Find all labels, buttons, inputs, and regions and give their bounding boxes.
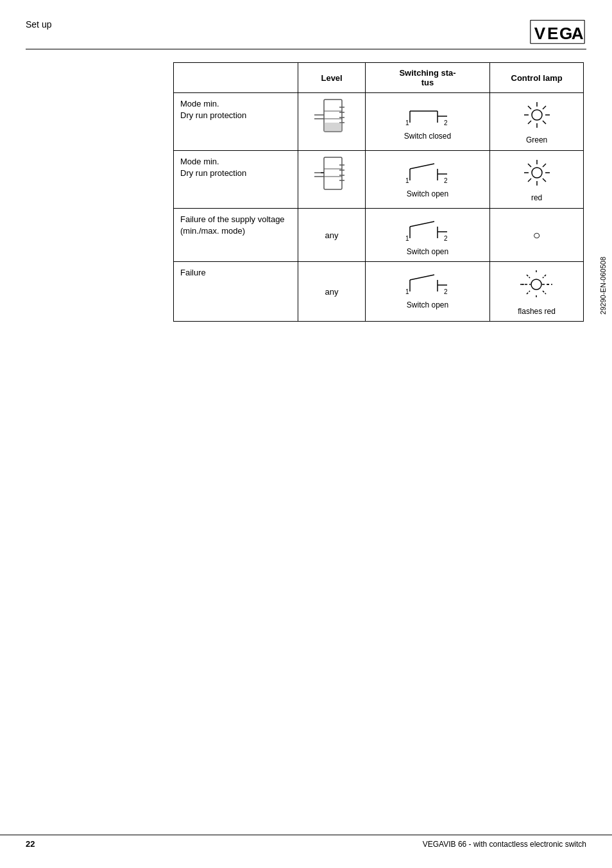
- svg-text:V: V: [534, 24, 546, 43]
- switch-open-diagram-3: 1 2: [402, 214, 454, 243]
- logo-container: V E G A: [529, 19, 586, 45]
- level-cell-1: [298, 93, 365, 151]
- svg-text:2: 2: [444, 177, 448, 184]
- mode-cell-3: Failure of the supply voltage(min./max. …: [174, 209, 298, 262]
- svg-point-71: [531, 279, 541, 290]
- col-header-level: Level: [298, 63, 365, 93]
- switch-status-3: Switch open: [372, 247, 483, 256]
- switch-open-diagram-2: 1 2: [402, 156, 454, 185]
- svg-point-25: [532, 110, 542, 120]
- switch-cell-3: 1 2 Switch open: [365, 209, 489, 262]
- level-any-4: any: [325, 287, 339, 297]
- svg-line-31: [543, 121, 546, 124]
- svg-point-50: [532, 168, 542, 178]
- switch-status-4: Switch open: [372, 300, 483, 309]
- lamp-symbol-2: [521, 157, 553, 189]
- svg-line-33: [528, 121, 531, 124]
- lamp-cell-4: flashes red: [490, 262, 584, 322]
- svg-text:2: 2: [444, 119, 448, 126]
- level-cell-4: any: [298, 262, 365, 322]
- lamp-cell-2: red: [490, 151, 584, 209]
- vega-logo: V E G A: [529, 19, 586, 45]
- svg-line-30: [528, 106, 531, 109]
- svg-line-56: [543, 178, 546, 182]
- table-row: Mode min.Dry run protection: [174, 93, 584, 151]
- lamp-cell-1: Green: [490, 93, 584, 151]
- footer-document-title: VEGAVIB 66 - with contactless electronic…: [423, 840, 586, 849]
- header-title: Set up: [26, 19, 51, 30]
- svg-line-80: [543, 275, 546, 278]
- header: Set up V E G A: [26, 19, 586, 49]
- svg-line-55: [528, 164, 531, 167]
- level-sensor-2: [311, 156, 353, 201]
- lamp-label-1: Green: [497, 135, 577, 144]
- table-row: Mode min.Dry run protection: [174, 151, 584, 209]
- svg-text:G: G: [559, 24, 572, 43]
- lamp-symbol-1: [521, 99, 553, 131]
- mode-cell-1: Mode min.Dry run protection: [174, 93, 298, 151]
- table-row: Failure of the supply voltage(min./max. …: [174, 209, 584, 262]
- lamp-symbol-4: [519, 267, 554, 302]
- svg-text:A: A: [572, 24, 584, 43]
- switch-cell-1: 1 2 Switch closed: [365, 93, 489, 151]
- switch-status-1: Switch closed: [372, 132, 483, 141]
- svg-text:1: 1: [405, 177, 409, 184]
- footer: 22 VEGAVIB 66 - with contactless electro…: [0, 835, 612, 849]
- main-table: Level Switching sta-tus Control lamp Mod…: [173, 62, 584, 322]
- level-sensor-1: [311, 98, 353, 143]
- switch-status-2: Switch open: [372, 189, 483, 198]
- svg-text:2: 2: [444, 288, 448, 295]
- col-header-mode: [174, 63, 298, 93]
- switch-cell-2: 1 2 Switch open: [365, 151, 489, 209]
- lamp-label-2: red: [497, 193, 577, 202]
- svg-line-62: [410, 221, 434, 227]
- svg-text:1: 1: [405, 119, 409, 126]
- level-cell-2: [298, 151, 365, 209]
- svg-line-58: [528, 178, 531, 182]
- col-header-switch: Switching sta-tus: [365, 63, 489, 93]
- level-cell-3: any: [298, 209, 365, 262]
- switch-open-diagram-4: 1 2: [402, 267, 454, 296]
- table-row: Failure any 1 2 Switch open: [174, 262, 584, 322]
- svg-line-81: [527, 291, 530, 294]
- svg-line-32: [543, 106, 546, 109]
- switch-closed-diagram: 1 2: [402, 98, 454, 127]
- svg-line-68: [410, 275, 434, 280]
- col-header-lamp: Control lamp: [490, 63, 584, 93]
- table-header-row: Level Switching sta-tus Control lamp: [174, 63, 584, 93]
- svg-text:2: 2: [444, 235, 448, 242]
- mode-cell-4: Failure: [174, 262, 298, 322]
- footer-page-number: 22: [26, 839, 35, 849]
- lamp-cell-3: ○: [490, 209, 584, 262]
- svg-line-47: [410, 164, 434, 169]
- svg-text:E: E: [547, 24, 558, 43]
- level-any-3: any: [325, 230, 339, 240]
- lamp-symbol-3: ○: [497, 229, 577, 241]
- vertical-doc-number: 29290-EN-060508: [599, 257, 607, 315]
- svg-rect-18: [324, 123, 342, 132]
- svg-text:1: 1: [405, 235, 409, 242]
- svg-line-78: [527, 275, 530, 278]
- svg-rect-34: [324, 157, 342, 189]
- lamp-label-4: flashes red: [497, 307, 577, 316]
- svg-line-57: [543, 164, 546, 167]
- page-wrapper: Set up V E G A: [0, 0, 612, 868]
- switch-cell-4: 1 2 Switch open: [365, 262, 489, 322]
- mode-cell-2: Mode min.Dry run protection: [174, 151, 298, 209]
- svg-text:1: 1: [405, 288, 409, 295]
- svg-line-79: [543, 291, 546, 294]
